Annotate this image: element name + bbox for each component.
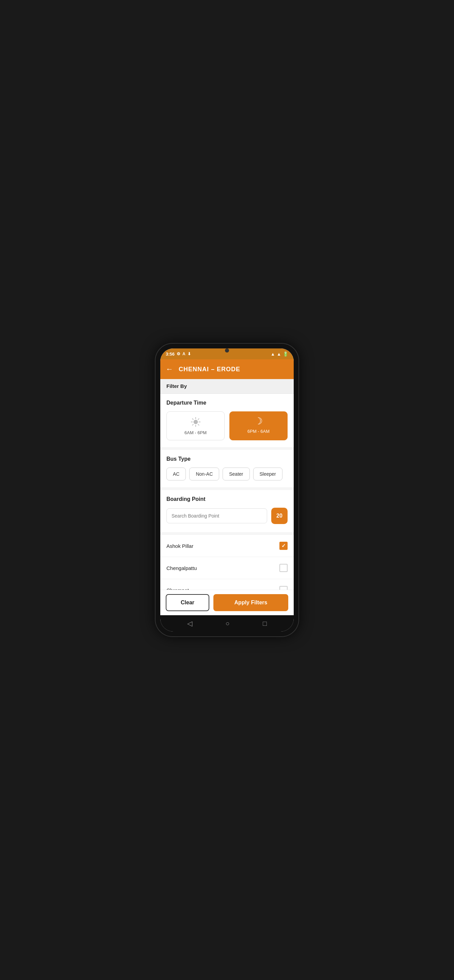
night-time-button[interactable]: ☽ 6PM - 6AM	[229, 411, 288, 440]
boarding-search-row: 20	[166, 508, 288, 524]
checkbox-ashok-pillar[interactable]	[279, 542, 288, 550]
boarding-item-ashok-pillar[interactable]: Ashok Pillar	[160, 535, 294, 557]
boarding-count-badge: 20	[271, 508, 288, 524]
svg-line-5	[192, 418, 193, 420]
boarding-point-title: Boarding Point	[166, 496, 288, 502]
boarding-item-chrompet[interactable]: Chrompet	[160, 579, 294, 590]
sun-icon	[190, 417, 201, 427]
checkbox-chrompet[interactable]	[279, 586, 288, 590]
status-time: 3:56	[166, 352, 175, 356]
header-title: CHENNAI – ERODE	[179, 366, 240, 373]
departure-time-title: Departure Time	[166, 400, 288, 406]
recents-nav-icon[interactable]: □	[263, 620, 267, 627]
apply-filters-button[interactable]: Apply Filters	[213, 594, 288, 611]
bus-btn-nonac[interactable]: Non-AC	[189, 468, 219, 480]
boarding-item-label: Chrompet	[166, 587, 189, 590]
battery-icon: 🔋	[283, 352, 288, 356]
svg-line-7	[198, 418, 199, 420]
svg-point-0	[194, 420, 198, 424]
home-nav-icon[interactable]: ○	[225, 620, 229, 627]
bottom-bar: Clear Apply Filters	[160, 590, 294, 615]
bus-type-buttons-group: AC Non-AC Seater Sleeper	[166, 468, 288, 480]
boarding-item-label: Chengalpattu	[166, 565, 197, 571]
signal-icon: ▲	[277, 352, 281, 356]
day-time-label: 6AM - 6PM	[185, 430, 207, 435]
svg-line-6	[198, 424, 199, 426]
bus-btn-ac[interactable]: AC	[166, 468, 186, 480]
settings-icon: ⚙	[177, 352, 180, 356]
bus-type-section: Bus Type AC Non-AC Seater Sleeper	[160, 450, 294, 487]
night-time-label: 6PM - 6AM	[247, 429, 269, 434]
wifi-icon: ▲	[271, 352, 275, 356]
svg-line-8	[192, 424, 193, 426]
boarding-item-chengalpattu[interactable]: Chengalpattu	[160, 557, 294, 579]
header: ← CHENNAI – ERODE	[160, 360, 294, 379]
camera-notch	[225, 348, 229, 353]
boarding-list: Ashok Pillar Chengalpattu Chrompet Elect…	[160, 535, 294, 590]
moon-icon: ☽	[254, 417, 263, 426]
clear-button[interactable]: Clear	[166, 594, 209, 611]
filter-by-bar: Filter By	[160, 379, 294, 394]
day-time-button[interactable]: 6AM - 6PM	[166, 411, 225, 440]
bus-btn-seater[interactable]: Seater	[223, 468, 250, 480]
checkbox-chengalpattu[interactable]	[279, 564, 288, 572]
content-area: Filter By Departure Time	[160, 379, 294, 590]
phone-screen: 3:56 ⚙ A ⬇ ▲ ▲ 🔋 ← CHENNAI – ERODE Filte…	[160, 348, 294, 632]
back-button[interactable]: ←	[166, 365, 173, 374]
android-nav-bar: ◁ ○ □	[160, 615, 294, 632]
boarding-point-section: Boarding Point 20	[160, 490, 294, 532]
download-icon: ⬇	[188, 352, 191, 356]
departure-time-section: Departure Time	[160, 394, 294, 447]
search-boarding-input[interactable]	[166, 508, 267, 523]
back-nav-icon[interactable]: ◁	[187, 619, 192, 627]
a-icon: A	[182, 352, 185, 356]
phone-frame: 3:56 ⚙ A ⬇ ▲ ▲ 🔋 ← CHENNAI – ERODE Filte…	[156, 344, 298, 636]
bus-type-title: Bus Type	[166, 456, 288, 462]
filter-by-label: Filter By	[166, 383, 187, 389]
time-buttons-group: 6AM - 6PM ☽ 6PM - 6AM	[166, 411, 288, 440]
boarding-item-label: Ashok Pillar	[166, 543, 193, 549]
bus-btn-sleeper[interactable]: Sleeper	[253, 468, 282, 480]
